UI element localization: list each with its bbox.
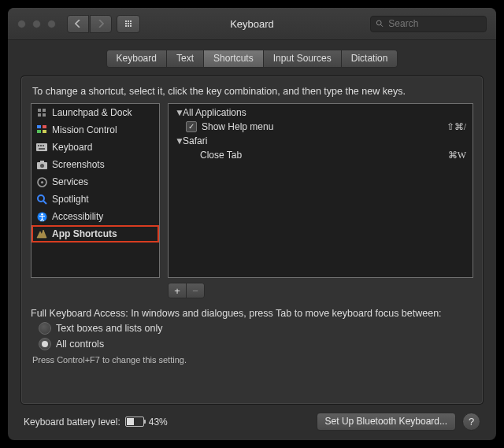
radio-icon[interactable] bbox=[39, 322, 51, 335]
sidebar-item-label: Launchpad & Dock bbox=[52, 107, 132, 118]
svg-rect-11 bbox=[38, 145, 39, 146]
tab-dictation[interactable]: Dictation bbox=[342, 50, 398, 67]
sidebar-item-app-shortcuts[interactable]: App Shortcuts bbox=[32, 225, 159, 243]
svg-point-20 bbox=[38, 195, 44, 202]
spotlight-icon bbox=[36, 194, 47, 205]
svg-rect-12 bbox=[40, 145, 42, 146]
sidebar-item-accessibility[interactable]: Accessibility bbox=[32, 208, 159, 225]
accessibility-icon bbox=[36, 211, 47, 222]
bluetooth-keyboard-button[interactable]: Set Up Bluetooth Keyboard... bbox=[317, 413, 456, 431]
svg-rect-8 bbox=[37, 130, 41, 133]
add-remove-control: + − bbox=[168, 283, 205, 298]
remove-button[interactable]: − bbox=[187, 283, 204, 298]
disclosure-triangle-icon[interactable]: ▼ bbox=[175, 107, 181, 118]
svg-rect-13 bbox=[43, 145, 44, 146]
category-sidebar[interactable]: Launchpad & Dock Mission Control Keyboar… bbox=[31, 103, 160, 278]
search-icon bbox=[376, 19, 384, 28]
svg-point-19 bbox=[40, 180, 43, 183]
close-window-icon[interactable] bbox=[17, 20, 26, 28]
group-header-safari[interactable]: ▼ Safari bbox=[169, 134, 472, 148]
tab-bar: Keyboard Text Shortcuts Input Sources Di… bbox=[20, 50, 484, 68]
back-button[interactable] bbox=[67, 15, 89, 33]
svg-rect-7 bbox=[43, 125, 46, 128]
battery-percent: 43% bbox=[149, 417, 168, 428]
show-all-button[interactable] bbox=[117, 15, 140, 33]
tab-keyboard[interactable]: Keyboard bbox=[107, 50, 167, 67]
sidebar-item-spotlight[interactable]: Spotlight bbox=[32, 191, 159, 208]
sidebar-item-services[interactable]: Services bbox=[32, 173, 159, 191]
sidebar-item-screenshots[interactable]: Screenshots bbox=[32, 156, 159, 173]
tab-shortcuts[interactable]: Shortcuts bbox=[204, 50, 264, 67]
forward-button[interactable] bbox=[90, 15, 112, 33]
radio-label: Text boxes and lists only bbox=[56, 323, 163, 334]
search-field[interactable] bbox=[370, 16, 487, 32]
svg-line-1 bbox=[380, 24, 383, 27]
sidebar-item-label: Screenshots bbox=[52, 159, 105, 170]
mission-control-icon bbox=[36, 124, 47, 135]
group-label: All Applications bbox=[183, 107, 246, 118]
fka-option-text-boxes[interactable]: Text boxes and lists only bbox=[39, 322, 473, 335]
svg-rect-5 bbox=[43, 113, 46, 117]
titlebar: Keyboard bbox=[8, 8, 496, 40]
group-header-all-applications[interactable]: ▼ All Applications bbox=[169, 106, 472, 120]
sidebar-item-label: Keyboard bbox=[52, 142, 92, 153]
screenshots-icon bbox=[36, 159, 47, 170]
services-icon bbox=[36, 176, 47, 187]
shortcut-keys[interactable]: ⇧⌘/ bbox=[447, 121, 466, 133]
minimize-window-icon[interactable] bbox=[32, 20, 41, 28]
svg-rect-6 bbox=[37, 125, 41, 128]
shortcut-label: Show Help menu bbox=[202, 121, 273, 132]
fka-option-all-controls[interactable]: All controls bbox=[39, 338, 473, 350]
help-button[interactable]: ? bbox=[462, 413, 480, 431]
battery-icon bbox=[125, 417, 144, 427]
add-button[interactable]: + bbox=[169, 283, 187, 298]
sidebar-item-label: App Shortcuts bbox=[52, 228, 117, 239]
sidebar-item-launchpad[interactable]: Launchpad & Dock bbox=[32, 104, 159, 121]
fka-hint: Press Control+F7 to change this setting. bbox=[32, 355, 473, 365]
svg-point-0 bbox=[376, 20, 381, 25]
shortcut-keys[interactable]: ⌘W bbox=[448, 150, 466, 161]
sidebar-item-mission-control[interactable]: Mission Control bbox=[32, 121, 159, 139]
svg-rect-16 bbox=[40, 161, 44, 163]
svg-point-17 bbox=[40, 164, 44, 168]
sidebar-item-keyboard[interactable]: Keyboard bbox=[32, 139, 159, 156]
battery-status: Keyboard battery level: 43% bbox=[24, 417, 168, 428]
svg-rect-4 bbox=[38, 113, 41, 117]
svg-rect-10 bbox=[36, 143, 47, 151]
sidebar-item-label: Accessibility bbox=[52, 211, 103, 222]
radio-icon[interactable] bbox=[39, 338, 51, 350]
sidebar-item-label: Services bbox=[52, 176, 88, 187]
tab-input-sources[interactable]: Input Sources bbox=[264, 50, 342, 67]
sidebar-item-label: Spotlight bbox=[52, 194, 89, 205]
svg-rect-14 bbox=[39, 148, 45, 150]
shortcut-row-close-tab[interactable]: Close Tab ⌘W bbox=[169, 148, 472, 162]
window-controls bbox=[8, 20, 56, 28]
svg-rect-2 bbox=[38, 109, 41, 112]
group-label: Safari bbox=[183, 135, 207, 146]
launchpad-icon bbox=[36, 107, 47, 118]
full-keyboard-access-label: Full Keyboard Access: In windows and dia… bbox=[31, 308, 473, 319]
grid-icon bbox=[125, 20, 132, 27]
app-shortcuts-icon bbox=[36, 228, 47, 239]
nav-buttons bbox=[67, 15, 112, 33]
sidebar-item-label: Mission Control bbox=[52, 124, 117, 135]
keyboard-icon bbox=[36, 142, 47, 153]
shortcut-row-show-help-menu[interactable]: Show Help menu ⇧⌘/ bbox=[169, 120, 472, 134]
svg-line-21 bbox=[43, 201, 46, 204]
svg-point-23 bbox=[41, 213, 43, 216]
shortcut-list[interactable]: ▼ All Applications Show Help menu ⇧⌘/ ▼ … bbox=[168, 103, 473, 278]
search-input[interactable] bbox=[387, 17, 481, 30]
svg-rect-3 bbox=[43, 109, 46, 112]
instruction-text: To change a shortcut, select it, click t… bbox=[32, 86, 472, 97]
svg-rect-9 bbox=[43, 130, 46, 133]
enable-checkbox[interactable] bbox=[186, 121, 197, 132]
battery-label: Keyboard battery level: bbox=[24, 417, 120, 428]
zoom-window-icon[interactable] bbox=[47, 20, 56, 28]
radio-label: All controls bbox=[56, 339, 104, 350]
tab-text[interactable]: Text bbox=[167, 50, 204, 67]
shortcut-label: Close Tab bbox=[200, 150, 242, 161]
disclosure-triangle-icon[interactable]: ▼ bbox=[175, 135, 181, 146]
